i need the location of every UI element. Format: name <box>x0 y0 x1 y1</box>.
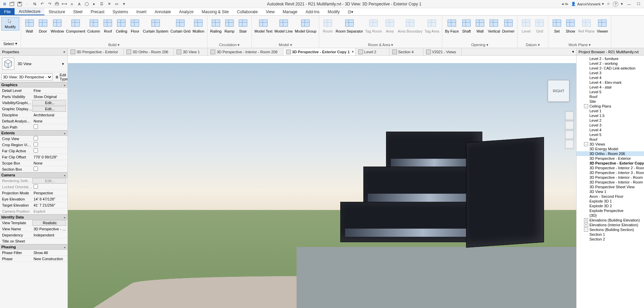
tree-node[interactable]: -Sections (Building Section) <box>577 227 644 232</box>
open-icon[interactable] <box>9 1 15 7</box>
view-tab[interactable]: 3D View 1 <box>174 48 208 55</box>
undo-icon[interactable]: ↶ <box>39 1 45 7</box>
wall-button[interactable]: Wall <box>474 17 486 33</box>
property-value[interactable] <box>32 167 67 172</box>
property-value[interactable]: Explicit <box>32 209 67 213</box>
viewer-button[interactable]: Viewer <box>596 17 609 33</box>
tree-node[interactable]: 3D Perspective - Exterior <box>577 156 644 161</box>
tree-node[interactable]: Explode 3D 2 <box>577 204 644 208</box>
tree-node[interactable]: Section 1 <box>577 232 644 237</box>
collapse-icon[interactable]: - <box>584 104 588 108</box>
save-icon[interactable] <box>17 1 22 7</box>
select-dropdown[interactable]: Select▾ <box>1 40 19 46</box>
model-line-button[interactable]: Model Line <box>274 17 294 33</box>
property-checkbox[interactable] <box>34 148 38 153</box>
property-value[interactable]: 770' 0 99/128" <box>32 155 67 159</box>
viewcube[interactable]: RIGHT <box>548 80 569 102</box>
property-value[interactable]: Edit... <box>32 106 66 112</box>
pan-icon[interactable] <box>566 121 573 129</box>
property-value[interactable] <box>32 184 67 189</box>
view-tab[interactable]: 3D Perspective - Exterior <box>68 48 124 55</box>
property-value[interactable]: Fine <box>32 89 67 93</box>
tree-node[interactable]: Level 5 <box>577 132 644 137</box>
property-category-header[interactable]: Graphics⌄ <box>0 82 67 88</box>
tab-modify[interactable]: Modify <box>324 8 344 15</box>
tree-node[interactable]: Level 4 <box>577 75 644 80</box>
model-group-button[interactable]: Model Group <box>294 17 317 33</box>
3d-viewport[interactable]: RIGHT <box>68 63 576 308</box>
property-checkbox[interactable] <box>34 136 38 140</box>
property-value[interactable]: None <box>32 161 67 165</box>
qat-dropdown-icon[interactable]: ▾ <box>121 1 127 7</box>
tree-node[interactable]: -Ceiling Plans <box>577 104 644 109</box>
tree-node[interactable]: 3D Energy Model <box>577 147 644 151</box>
property-value[interactable]: Show All <box>32 251 67 255</box>
property-category-header[interactable]: Camera⌄ <box>0 172 67 178</box>
sync-icon[interactable]: ⇆ <box>32 1 37 7</box>
close-views-icon[interactable]: ✕ <box>106 1 112 7</box>
switch-windows-icon[interactable]: ▭ <box>114 1 119 7</box>
type-selector-dropdown[interactable]: 3D View ▾ <box>16 61 65 67</box>
tree-node[interactable]: +Elevations (Interior Elevation) <box>577 223 644 227</box>
orbit-icon[interactable] <box>566 140 573 148</box>
tab-manage[interactable]: Manage <box>279 8 301 15</box>
set-button[interactable]: Set <box>550 17 563 33</box>
component-button[interactable]: Component <box>65 17 86 33</box>
tree-node[interactable]: +Elevations (Building Elevation) <box>577 218 644 223</box>
curtain-system-button[interactable]: Curtain System <box>142 17 169 33</box>
property-value[interactable]: Edit... <box>32 178 66 184</box>
property-value[interactable]: Edit... <box>32 100 66 105</box>
ribbon-display-icon[interactable]: ⊡▾ <box>344 8 357 15</box>
tree-node[interactable]: Level 5 <box>577 90 644 94</box>
property-checkbox[interactable] <box>34 184 38 189</box>
tree-node[interactable]: Level 2 - working <box>577 61 644 66</box>
info-center-icon[interactable]: ◂ 🗛 <box>562 2 568 6</box>
thin-lines-icon[interactable]: ☰ <box>99 1 104 7</box>
property-value[interactable]: Realistic <box>32 220 66 226</box>
property-value[interactable]: Architectural <box>32 113 67 117</box>
close-properties-button[interactable]: × <box>63 50 65 54</box>
property-value[interactable]: 3D Perspective - E... <box>32 227 67 231</box>
instance-selector[interactable]: 3D View: 3D Perspective - <box>1 74 53 80</box>
wall-button[interactable]: Wall <box>23 17 36 33</box>
property-value[interactable] <box>32 136 67 141</box>
tree-node[interactable]: Section 2 <box>577 237 644 242</box>
property-value[interactable]: 14' 8 47/128" <box>32 197 67 201</box>
tab-systems[interactable]: Systems <box>108 8 132 15</box>
tree-node[interactable]: Site <box>577 99 644 104</box>
expand-icon[interactable]: + <box>584 223 588 227</box>
tree-node[interactable]: 3D Perspective Sheet View <box>577 185 644 189</box>
tab-collaborate[interactable]: Collaborate <box>233 8 262 15</box>
tab-insert[interactable]: Insert <box>132 8 150 15</box>
user-account[interactable]: 👤 AaronVorwerk ▾ <box>571 2 604 6</box>
property-category-header[interactable]: Phasing⌄ <box>0 244 67 250</box>
tree-node[interactable]: 3D Perspective - Interior - Room 2 <box>577 175 644 180</box>
tree-node[interactable]: Level 4 - stair <box>577 85 644 90</box>
tree-node[interactable]: 3D View 1 <box>577 189 644 194</box>
tree-node[interactable]: Explode 3D 1 <box>577 199 644 204</box>
tree-node[interactable]: 3D Perspective - Exterior Copy <box>577 161 644 166</box>
tree-node[interactable]: Level 3 <box>577 123 644 128</box>
maximize-button[interactable]: ☐ <box>635 1 642 7</box>
view-tab[interactable]: 3D Perspective - Exterior Copy 1× <box>283 48 356 55</box>
tab-structure[interactable]: Structure <box>44 8 69 15</box>
railing-button[interactable]: Railing <box>209 17 222 33</box>
view-tab[interactable]: Section 4 <box>389 48 423 55</box>
property-value[interactable] <box>32 124 67 130</box>
tab-view[interactable]: View <box>262 8 279 15</box>
vertical-button[interactable]: Vertical <box>487 17 501 33</box>
type-selector[interactable]: 3D View ▾ <box>0 56 67 72</box>
tree-node[interactable]: 3D Perspective - Interior 2 - Room <box>577 166 644 170</box>
help-icon[interactable]: ? <box>613 1 618 7</box>
tab-analyze[interactable]: Analyze <box>175 8 198 15</box>
close-tab-button[interactable]: × <box>352 50 354 54</box>
tab-add-ins[interactable]: Add-Ins <box>301 8 323 15</box>
property-value[interactable] <box>32 142 67 147</box>
tree-node[interactable]: 3D Perspective - Interior 3 - Room <box>577 170 644 175</box>
window-button[interactable]: Window <box>50 17 65 33</box>
section-icon[interactable]: ▸ <box>92 1 97 7</box>
property-value[interactable]: None <box>32 119 67 123</box>
property-category-header[interactable]: Identity Data⌄ <box>0 214 67 220</box>
mullion-button[interactable]: Mullion <box>192 17 205 33</box>
model-text-button[interactable]: Model Text <box>254 17 273 33</box>
